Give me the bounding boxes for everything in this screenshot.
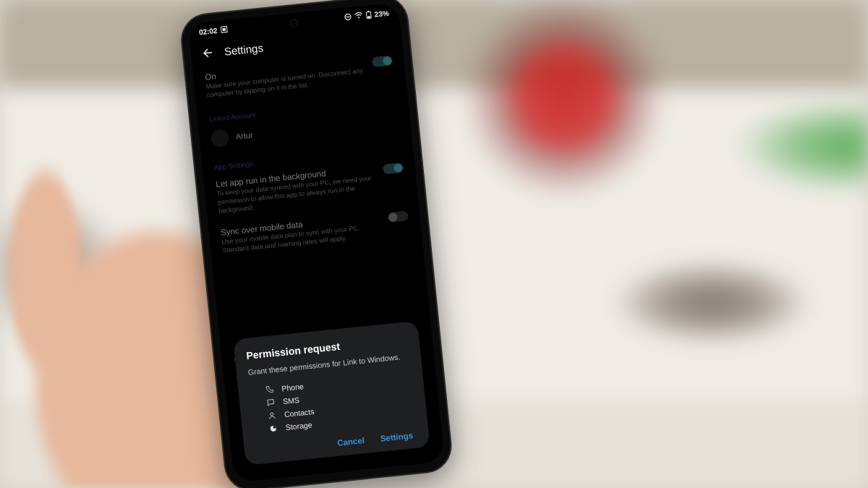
contacts-icon	[267, 411, 278, 420]
permission-phone-label: Phone	[281, 382, 304, 393]
page-title: Settings	[224, 41, 264, 57]
permission-dialog: Permission request Grant these permissio…	[233, 321, 430, 466]
status-battery-pct: 23%	[374, 9, 389, 18]
cancel-button[interactable]: Cancel	[337, 436, 365, 448]
account-name: Artur	[235, 131, 253, 141]
svg-point-4	[358, 17, 359, 18]
sms-icon	[265, 398, 276, 407]
phone-screen: 02:02 23%	[188, 2, 445, 482]
battery-icon	[365, 10, 372, 20]
status-time: 02:02	[198, 26, 218, 36]
phone-icon	[264, 385, 275, 394]
setting-background-toggle[interactable]	[383, 163, 404, 175]
svg-rect-7	[367, 16, 370, 18]
wifi-icon	[354, 12, 363, 20]
setting-mobile-data-toggle[interactable]	[388, 211, 409, 223]
svg-rect-1	[222, 28, 225, 31]
do-not-disturb-icon	[344, 13, 352, 21]
svg-point-8	[271, 413, 273, 416]
settings-content: On Make sure your computer is turned on.…	[192, 44, 433, 364]
svg-rect-6	[367, 11, 369, 12]
permission-contacts-label: Contacts	[284, 407, 314, 419]
storage-icon	[268, 424, 278, 433]
permission-list: Phone SMS Contacts	[250, 369, 416, 437]
permission-storage-label: Storage	[285, 420, 312, 432]
permission-sms-label: SMS	[283, 395, 300, 406]
svg-line-3	[346, 17, 349, 17]
phone-frame: 02:02 23%	[180, 0, 453, 488]
screenshot-icon	[220, 25, 228, 33]
setting-on-toggle[interactable]	[372, 55, 393, 67]
avatar	[210, 129, 229, 147]
back-icon[interactable]	[200, 46, 215, 60]
settings-button[interactable]: Settings	[380, 431, 413, 443]
